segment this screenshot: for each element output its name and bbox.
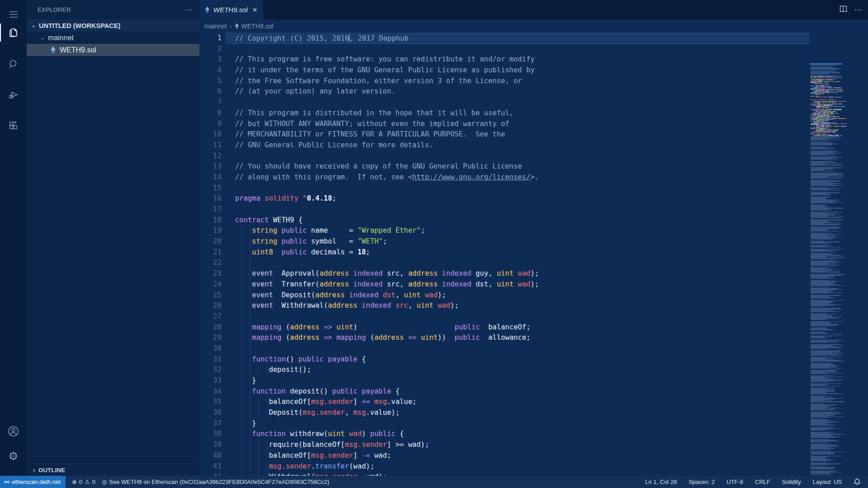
code-line[interactable] bbox=[225, 343, 810, 354]
code-token: indexed bbox=[362, 301, 391, 310]
notifications-bell-icon[interactable] bbox=[854, 478, 861, 486]
code-line[interactable]: require(balanceOf[msg.sender] >= wad); bbox=[225, 440, 810, 450]
code-line[interactable]: // This program is free software: you ca… bbox=[225, 54, 810, 65]
breadcrumb-folder[interactable]: mainnet bbox=[204, 23, 227, 30]
code-token bbox=[514, 280, 518, 288]
line-number: 26 bbox=[199, 300, 222, 311]
code-line[interactable]: Withdrawal(msg.sender, wad); bbox=[225, 472, 810, 476]
code-line[interactable]: msg.sender.transfer(wad); bbox=[225, 461, 810, 472]
code-line[interactable]: // the Free Software Foundation, either … bbox=[225, 76, 810, 87]
encoding[interactable]: UTF-8 bbox=[726, 479, 743, 485]
code-token: address bbox=[290, 323, 319, 331]
run-debug-icon[interactable] bbox=[0, 84, 27, 106]
line-number: 21 bbox=[199, 247, 222, 258]
code-token bbox=[320, 333, 324, 342]
code-line[interactable]: string public name = "Wrapped Ether"; bbox=[225, 225, 810, 236]
code-line[interactable]: // This program is distributed in the ho… bbox=[225, 108, 810, 119]
code-line[interactable]: } bbox=[225, 418, 810, 429]
code-line[interactable]: function withdraw(uint wad) public { bbox=[225, 429, 810, 440]
code-line[interactable]: event Withdrawal(address indexed src, ui… bbox=[225, 300, 810, 311]
code-line[interactable]: // You should have received a copy of th… bbox=[225, 161, 810, 172]
outline-label: OUTLINE bbox=[38, 467, 65, 474]
code-line[interactable]: // it under the terms of the GNU General… bbox=[225, 65, 810, 76]
code-line[interactable]: } bbox=[225, 375, 810, 386]
search-icon[interactable] bbox=[0, 53, 27, 75]
code-line[interactable]: string public symbol = "WETH"; bbox=[225, 236, 810, 247]
explorer-icon[interactable] bbox=[0, 22, 27, 43]
code-line[interactable]: function deposit() public payable { bbox=[225, 386, 810, 397]
code-line[interactable]: // but WITHOUT ANY WARRANTY; without eve… bbox=[225, 119, 810, 130]
line-number: 9 bbox=[199, 119, 222, 130]
code-line[interactable]: mapping (address => mapping (address => … bbox=[225, 333, 810, 343]
code-line[interactable]: event Transfer(address indexed src, addr… bbox=[225, 279, 810, 290]
settings-gear-icon[interactable]: ⚙ bbox=[0, 445, 27, 467]
extensions-icon[interactable] bbox=[0, 115, 27, 136]
code-line[interactable]: uint8 public decimals = 18; bbox=[225, 247, 810, 258]
code-line[interactable]: function() public payable { bbox=[225, 354, 810, 365]
minimap[interactable] bbox=[810, 63, 849, 476]
remote-indicator[interactable]: >< etherscan.deth.net bbox=[0, 476, 66, 488]
code-token bbox=[404, 333, 408, 342]
indentation[interactable]: Spaces: 2 bbox=[689, 479, 715, 485]
code-line[interactable]: pragma solidity ^0.4.18; bbox=[225, 193, 810, 204]
code-line[interactable] bbox=[225, 44, 810, 55]
problems-status[interactable]: ⊗ 0 ⚠ 0 bbox=[72, 479, 95, 485]
code-line[interactable]: // Copyright (C) 2015, 2016, 2017 Dapphu… bbox=[225, 33, 810, 44]
language-mode[interactable]: Solidity bbox=[782, 479, 801, 485]
file-row-weth9[interactable]: WETH9.sol bbox=[27, 44, 199, 56]
more-actions-icon[interactable]: ⋯ bbox=[854, 5, 863, 14]
code-line[interactable]: contract WETH9 { bbox=[225, 215, 810, 226]
explorer-title: EXPLORER bbox=[38, 6, 71, 13]
outline-section-header[interactable]: › OUTLINE bbox=[27, 464, 199, 476]
code-token: address bbox=[408, 280, 438, 288]
eol[interactable]: CRLF bbox=[755, 479, 770, 485]
etherscan-status-message[interactable]: ◎ See WETH9 on Etherscan (0xC02aaA39b223… bbox=[102, 479, 329, 485]
code-token: balanceOf[ bbox=[235, 451, 311, 460]
code-line[interactable] bbox=[225, 311, 810, 322]
code-line[interactable]: event Approval(address indexed src, addr… bbox=[225, 268, 810, 279]
close-icon[interactable]: ✕ bbox=[252, 6, 258, 14]
indent-guide bbox=[250, 343, 250, 354]
activity-bar: ⚙ bbox=[0, 0, 27, 476]
code-line[interactable]: // (at your option) any later version. bbox=[225, 86, 810, 97]
code-line[interactable]: deposit(); bbox=[225, 365, 810, 375]
code-line[interactable] bbox=[225, 204, 810, 215]
code-token: wad bbox=[425, 291, 438, 299]
code-line[interactable] bbox=[225, 183, 810, 194]
indent-guide bbox=[241, 343, 242, 354]
code-token: uint8 bbox=[252, 248, 273, 256]
breadcrumb-file[interactable]: WETH9.sol bbox=[235, 23, 274, 30]
code-token: . bbox=[311, 462, 315, 470]
code-line[interactable] bbox=[225, 258, 810, 268]
code-line[interactable]: // MERCHANTABILITY or FITNESS FOR A PART… bbox=[225, 129, 810, 140]
code-line[interactable]: mapping (address => uint) public balance… bbox=[225, 322, 810, 333]
editor-group: WETH9.sol ✕ ⋯ mainnet › WETH9.sol 123456… bbox=[199, 0, 868, 476]
code-token: ; bbox=[383, 237, 387, 245]
error-icon: ⊗ bbox=[72, 479, 77, 485]
line-number: 19 bbox=[199, 225, 222, 236]
code-token bbox=[416, 333, 420, 342]
code-lines[interactable]: // Copyright (C) 2015, 2016, 2017 Dapphu… bbox=[225, 33, 810, 476]
code-line[interactable]: balanceOf[msg.sender] += msg.value; bbox=[225, 397, 810, 408]
code-line[interactable] bbox=[225, 97, 810, 108]
keyboard-layout[interactable]: Layout: US bbox=[813, 479, 842, 485]
code-token: , bbox=[408, 301, 417, 310]
accounts-icon[interactable] bbox=[0, 420, 27, 442]
code-line[interactable]: Deposit(msg.sender, msg.value); bbox=[225, 408, 810, 418]
split-editor-icon[interactable] bbox=[840, 5, 847, 14]
code-line[interactable]: balanceOf[msg.sender] -= wad; bbox=[225, 450, 810, 461]
code-token: deposit() bbox=[286, 387, 332, 395]
code-token: address bbox=[290, 333, 319, 342]
folder-row-mainnet[interactable]: ⌄ mainnet bbox=[27, 32, 199, 44]
code-line[interactable]: // along with this program. If not, see … bbox=[225, 172, 810, 183]
workspace-root-row[interactable]: ⌄ UNTITLED (WORKSPACE) bbox=[27, 19, 199, 32]
code-token: uint bbox=[497, 269, 514, 277]
code-line[interactable]: event Deposit(address indexed dst, uint … bbox=[225, 290, 810, 301]
code-line[interactable]: // GNU General Public License for more d… bbox=[225, 140, 810, 151]
line-number: 10 bbox=[199, 129, 222, 140]
explorer-actions-icon[interactable]: ⋯ bbox=[185, 5, 193, 14]
code-line[interactable] bbox=[225, 151, 810, 162]
code-token: ] >= wad); bbox=[387, 441, 429, 449]
tab-weth9[interactable]: WETH9.sol ✕ bbox=[199, 0, 263, 19]
cursor-position[interactable]: Ln 1, Col 28 bbox=[645, 479, 677, 485]
